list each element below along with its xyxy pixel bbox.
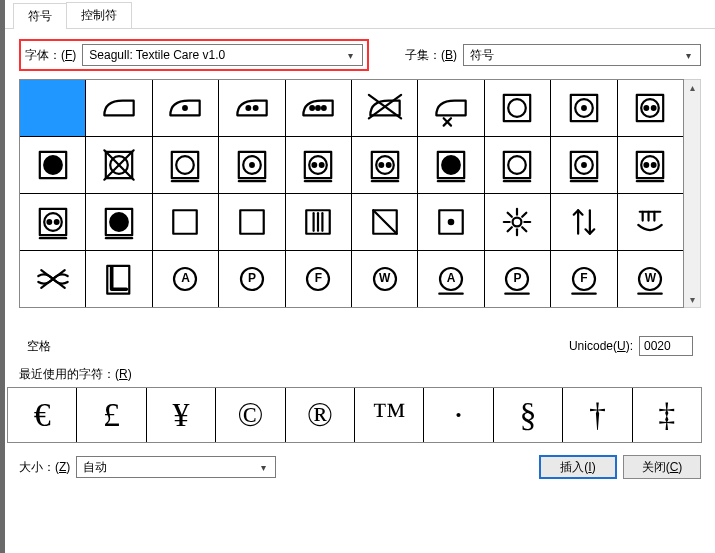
svg-rect-66 — [240, 210, 263, 233]
symbol-cell-square[interactable] — [219, 194, 284, 250]
symbol-cell-tumble-1dot-line[interactable] — [551, 137, 616, 193]
symbol-cell-iron-2dot[interactable] — [219, 80, 284, 136]
recent-label: 最近使用的字符：(R) — [5, 366, 715, 387]
symbol-cell-circle-P[interactable]: P — [219, 251, 284, 307]
symbol-cell-square-dot[interactable] — [418, 194, 483, 250]
svg-point-17 — [645, 106, 649, 110]
recent-cell[interactable]: · — [424, 388, 492, 442]
svg-point-50 — [582, 163, 586, 167]
symbol-grid: APFWAPFW — [19, 79, 684, 308]
symbol-cell-tumble-1dot[interactable] — [551, 80, 616, 136]
space-label: 空格 — [27, 338, 51, 355]
symbol-cell-tumble-1dot-line[interactable] — [219, 137, 284, 193]
symbol-cell-iron[interactable] — [86, 80, 151, 136]
symbol-cell-square-v3[interactable] — [286, 194, 351, 250]
recent-cell[interactable]: £ — [77, 388, 145, 442]
recent-cell[interactable]: ™ — [355, 388, 423, 442]
subset-combo[interactable]: 符号 ▾ — [463, 44, 701, 66]
font-combo[interactable]: Seagull: Textile Care v1.0 ▾ — [82, 44, 363, 66]
recent-cell[interactable]: © — [216, 388, 284, 442]
tab-symbol[interactable]: 符号 — [13, 3, 67, 29]
symbol-cell-tumble-line[interactable] — [485, 137, 550, 193]
symbol-cell-tumble-filled[interactable] — [20, 137, 85, 193]
recent-cell[interactable]: ¥ — [147, 388, 215, 442]
symbol-cell-tumble-2dot[interactable] — [618, 80, 683, 136]
font-highlight: 字体：(F) Seagull: Textile Care v1.0 ▾ — [19, 39, 369, 71]
svg-point-54 — [645, 163, 649, 167]
symbol-cell-circle-W-u[interactable]: W — [618, 251, 683, 307]
svg-point-39 — [379, 163, 383, 167]
subset-label: 子集：(B) — [405, 47, 457, 64]
symbol-cell-arrows-updown[interactable] — [551, 194, 616, 250]
symbol-cell-iron-3dot[interactable] — [286, 80, 351, 136]
svg-line-83 — [523, 213, 527, 217]
symbol-cell-tumble-2dot-line[interactable] — [618, 137, 683, 193]
symbol-cell-blank-selected[interactable] — [20, 80, 85, 136]
svg-point-43 — [442, 156, 460, 174]
chevron-down-icon: ▾ — [255, 462, 271, 473]
scroll-down-icon[interactable]: ▾ — [690, 292, 695, 307]
svg-point-20 — [44, 156, 62, 174]
svg-point-74 — [449, 220, 453, 224]
symbol-cell-iron-steam-cross[interactable] — [418, 80, 483, 136]
close-button[interactable]: 关闭(C) — [623, 455, 701, 479]
symbol-cell-tumble-line[interactable] — [153, 137, 218, 193]
svg-point-4 — [316, 106, 320, 110]
font-label: 字体：(F) — [25, 47, 76, 64]
svg-line-72 — [373, 210, 396, 233]
symbol-cell-iron-cross[interactable] — [352, 80, 417, 136]
svg-point-18 — [652, 106, 656, 110]
svg-point-60 — [55, 220, 59, 224]
subset-combo-value: 符号 — [470, 47, 494, 64]
svg-line-79 — [508, 227, 512, 231]
symbol-cell-circle-P-u[interactable]: P — [485, 251, 550, 307]
svg-point-59 — [47, 220, 51, 224]
symbol-cell-tumble-2dot-line[interactable] — [352, 137, 417, 193]
recent-cell[interactable]: † — [563, 388, 631, 442]
svg-point-1 — [246, 106, 250, 110]
svg-point-46 — [509, 156, 527, 174]
symbol-cell-iron-1dot[interactable] — [153, 80, 218, 136]
symbol-cell-tumble-2dot-line[interactable] — [20, 194, 85, 250]
recent-cell[interactable]: € — [8, 388, 76, 442]
symbol-cell-circle-F-u[interactable]: F — [551, 251, 616, 307]
scrollbar-vertical[interactable]: ▴ ▾ — [684, 79, 701, 308]
scroll-up-icon[interactable]: ▴ — [690, 80, 695, 95]
svg-point-26 — [177, 156, 195, 174]
recent-row: €£¥©®™·§†‡ — [7, 387, 702, 443]
font-combo-value: Seagull: Textile Care v1.0 — [89, 48, 225, 62]
symbol-cell-square-diag[interactable] — [352, 194, 417, 250]
svg-line-81 — [508, 213, 512, 217]
symbol-cell-tumble[interactable] — [485, 80, 550, 136]
recent-cell[interactable]: ® — [286, 388, 354, 442]
tab-control[interactable]: 控制符 — [66, 2, 132, 28]
size-combo[interactable]: 自动 ▾ — [76, 456, 276, 478]
svg-point-3 — [311, 106, 315, 110]
unicode-input[interactable] — [639, 336, 693, 356]
size-combo-value: 自动 — [83, 459, 107, 476]
symbol-cell-circle-F[interactable]: F — [286, 251, 351, 307]
svg-point-2 — [254, 106, 258, 110]
symbol-cell-square-L[interactable] — [86, 251, 151, 307]
svg-point-40 — [387, 163, 391, 167]
svg-point-75 — [513, 218, 522, 227]
svg-point-35 — [320, 163, 324, 167]
svg-point-63 — [110, 213, 128, 231]
symbol-cell-tumble-filled-line[interactable] — [86, 194, 151, 250]
symbol-cell-circle-A[interactable]: A — [153, 251, 218, 307]
symbol-cell-hand[interactable] — [618, 194, 683, 250]
symbol-cell-circle-A-u[interactable]: A — [418, 251, 483, 307]
symbol-cell-tumble-filled-line[interactable] — [418, 137, 483, 193]
symbol-cell-twist-cross[interactable] — [20, 251, 85, 307]
svg-rect-65 — [174, 210, 197, 233]
insert-button[interactable]: 插入(I) — [539, 455, 617, 479]
symbol-cell-circle-W[interactable]: W — [352, 251, 417, 307]
symbol-cell-tumble-cross[interactable] — [86, 137, 151, 193]
symbol-cell-sun[interactable] — [485, 194, 550, 250]
chevron-down-icon: ▾ — [680, 50, 696, 61]
chevron-down-icon: ▾ — [342, 50, 358, 61]
recent-cell[interactable]: § — [494, 388, 562, 442]
recent-cell[interactable]: ‡ — [633, 388, 701, 442]
symbol-cell-tumble-2dot-line[interactable] — [286, 137, 351, 193]
symbol-cell-square[interactable] — [153, 194, 218, 250]
